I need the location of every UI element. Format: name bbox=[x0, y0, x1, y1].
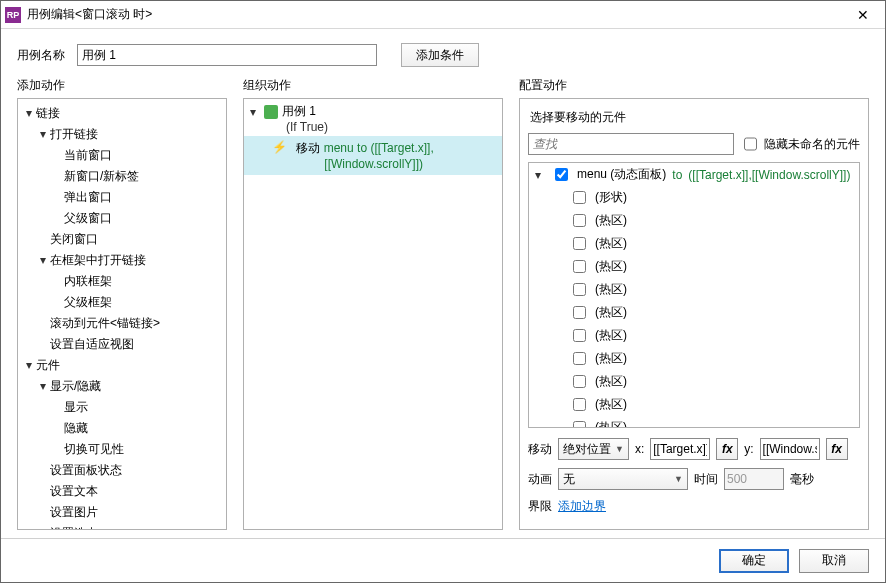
organize-panel[interactable]: 用例 1 (If True) ⚡ 移动 menu to ([[Target.x]… bbox=[243, 98, 503, 530]
tree-node-label: 元件 bbox=[36, 358, 60, 372]
tree-node[interactable]: 显示 bbox=[18, 397, 226, 418]
chevron-down-icon: ▼ bbox=[674, 474, 683, 484]
ok-button[interactable]: 确定 bbox=[719, 549, 789, 573]
widget-row[interactable]: (热区) bbox=[529, 416, 859, 428]
widget-checkbox[interactable] bbox=[555, 168, 568, 181]
y-input[interactable] bbox=[760, 438, 820, 460]
search-input[interactable] bbox=[528, 133, 734, 155]
chevron-down-icon[interactable] bbox=[24, 358, 34, 372]
widget-name: (热区) bbox=[595, 235, 627, 252]
move-mode-dropdown[interactable]: 绝对位置 ▼ bbox=[558, 438, 629, 460]
tree-node[interactable]: 设置图片 bbox=[18, 502, 226, 523]
chevron-down-icon[interactable] bbox=[38, 127, 48, 141]
widget-row[interactable]: (形状) bbox=[529, 186, 859, 209]
chevron-down-icon: ▼ bbox=[615, 444, 624, 454]
tree-node-label: 切换可见性 bbox=[64, 442, 124, 456]
case-node[interactable]: 用例 1 bbox=[244, 99, 502, 120]
chevron-down-icon[interactable] bbox=[248, 105, 258, 119]
widget-row[interactable]: (热区) bbox=[529, 232, 859, 255]
widget-row[interactable]: (热区) bbox=[529, 255, 859, 278]
tree-node[interactable]: 切换可见性 bbox=[18, 439, 226, 460]
time-unit: 毫秒 bbox=[790, 471, 814, 488]
tree-node[interactable]: 滚动到元件<锚链接> bbox=[18, 313, 226, 334]
tree-node-label: 设置面板状态 bbox=[50, 463, 122, 477]
widget-row[interactable]: (热区) bbox=[529, 209, 859, 232]
tree-node-label: 打开链接 bbox=[50, 127, 98, 141]
hide-unnamed-checkbox[interactable] bbox=[744, 133, 757, 155]
cancel-button[interactable]: 取消 bbox=[799, 549, 869, 573]
add-condition-button[interactable]: 添加条件 bbox=[401, 43, 479, 67]
anim-dropdown[interactable]: 无 ▼ bbox=[558, 468, 688, 490]
widget-name: (热区) bbox=[595, 327, 627, 344]
tree-node[interactable]: 显示/隐藏 bbox=[18, 376, 226, 397]
tree-node[interactable]: 弹出窗口 bbox=[18, 187, 226, 208]
widget-checkbox[interactable] bbox=[573, 283, 586, 296]
tree-node[interactable]: 元件 bbox=[18, 355, 226, 376]
tree-node[interactable]: 当前窗口 bbox=[18, 145, 226, 166]
hide-unnamed-checkbox-label[interactable]: 隐藏未命名的元件 bbox=[740, 130, 860, 158]
widget-checkbox[interactable] bbox=[573, 421, 586, 428]
tree-node[interactable]: 隐藏 bbox=[18, 418, 226, 439]
widget-checkbox[interactable] bbox=[573, 260, 586, 273]
columns: 添加动作 链接打开链接当前窗口新窗口/新标签弹出窗口父级窗口关闭窗口在框架中打开… bbox=[1, 77, 885, 538]
widget-list[interactable]: menu (动态面板) to ([[Target.x]],[[Window.sc… bbox=[528, 162, 860, 428]
widget-checkbox[interactable] bbox=[573, 191, 586, 204]
action-tree-panel[interactable]: 链接打开链接当前窗口新窗口/新标签弹出窗口父级窗口关闭窗口在框架中打开链接内联框… bbox=[17, 98, 227, 530]
tree-node-label: 设置文本 bbox=[50, 484, 98, 498]
widget-row[interactable]: (热区) bbox=[529, 301, 859, 324]
action-body: 移动 menu to ([[Target.x]], [[Window.scrol… bbox=[296, 140, 433, 171]
tree-node[interactable]: 新窗口/新标签 bbox=[18, 166, 226, 187]
add-bounds-link[interactable]: 添加边界 bbox=[558, 498, 606, 515]
tree-node[interactable]: 关闭窗口 bbox=[18, 229, 226, 250]
case-label: 用例 1 bbox=[282, 103, 316, 120]
chevron-down-icon[interactable] bbox=[38, 379, 48, 393]
bolt-icon: ⚡ bbox=[272, 140, 287, 154]
action-target: menu bbox=[324, 141, 354, 155]
x-input[interactable] bbox=[650, 438, 710, 460]
widget-checkbox[interactable] bbox=[573, 398, 586, 411]
widget-row-menu[interactable]: menu (动态面板) to ([[Target.x]],[[Window.sc… bbox=[529, 163, 859, 186]
configure-action-header: 配置动作 bbox=[519, 77, 869, 94]
tree-node[interactable]: 设置面板状态 bbox=[18, 460, 226, 481]
tree-node[interactable]: 设置文本 bbox=[18, 481, 226, 502]
case-name-row: 用例名称 添加条件 bbox=[1, 29, 885, 77]
case-condition: (If True) bbox=[244, 120, 502, 134]
widget-row[interactable]: (热区) bbox=[529, 278, 859, 301]
close-icon[interactable]: ✕ bbox=[841, 1, 885, 29]
fx-button-y[interactable]: fx bbox=[826, 438, 848, 460]
widget-checkbox[interactable] bbox=[573, 329, 586, 342]
action-row[interactable]: ⚡ 移动 menu to ([[Target.x]], [[Window.scr… bbox=[244, 136, 502, 175]
widget-checkbox[interactable] bbox=[573, 237, 586, 250]
widget-name: (热区) bbox=[595, 373, 627, 390]
tree-node[interactable]: 在框架中打开链接 bbox=[18, 250, 226, 271]
chevron-down-icon[interactable] bbox=[24, 106, 34, 120]
tree-node-label: 在框架中打开链接 bbox=[50, 253, 146, 267]
hide-unnamed-text: 隐藏未命名的元件 bbox=[764, 136, 860, 153]
tree-node[interactable]: 父级框架 bbox=[18, 292, 226, 313]
widget-name: (热区) bbox=[595, 281, 627, 298]
tree-node[interactable]: 打开链接 bbox=[18, 124, 226, 145]
case-name-label: 用例名称 bbox=[17, 47, 65, 64]
case-name-input[interactable] bbox=[77, 44, 377, 66]
widget-checkbox[interactable] bbox=[573, 214, 586, 227]
action-to: to bbox=[357, 141, 367, 155]
tree-node[interactable]: 链接 bbox=[18, 103, 226, 124]
widget-checkbox[interactable] bbox=[573, 352, 586, 365]
widget-row[interactable]: (热区) bbox=[529, 393, 859, 416]
widget-row[interactable]: (热区) bbox=[529, 324, 859, 347]
fx-button-x[interactable]: fx bbox=[716, 438, 738, 460]
tree-node[interactable]: 父级窗口 bbox=[18, 208, 226, 229]
widget-row[interactable]: (热区) bbox=[529, 347, 859, 370]
widget-row[interactable]: (热区) bbox=[529, 370, 859, 393]
chevron-right-icon[interactable] bbox=[38, 526, 48, 530]
chevron-down-icon[interactable] bbox=[38, 253, 48, 267]
tree-node[interactable]: 设置选中 bbox=[18, 523, 226, 530]
move-line: 移动 绝对位置 ▼ x: fx y: fx bbox=[528, 438, 860, 460]
tree-node[interactable]: 设置自适应视图 bbox=[18, 334, 226, 355]
chevron-down-icon[interactable] bbox=[533, 168, 543, 182]
case-icon bbox=[264, 105, 278, 119]
widget-checkbox[interactable] bbox=[573, 375, 586, 388]
widget-checkbox[interactable] bbox=[573, 306, 586, 319]
tree-node[interactable]: 内联框架 bbox=[18, 271, 226, 292]
tree-node-label: 新窗口/新标签 bbox=[64, 169, 139, 183]
